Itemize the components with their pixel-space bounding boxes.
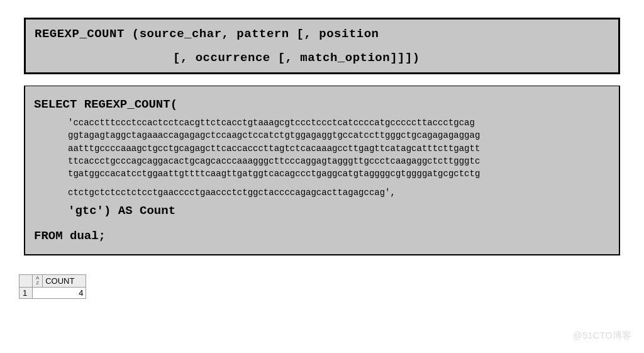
- seq-line-5: tgatggccacatcctggaattgttttcaagttgatggtca…: [68, 169, 480, 179]
- seq-line-3: aatttgccccaaagctgcctgcagagcttcaccaccctta…: [68, 143, 480, 154]
- from-clause: FROM dual;: [34, 229, 610, 243]
- result-header-row: AZ COUNT: [19, 275, 86, 288]
- seq-line-4: ttcaccctgcccagcaggacactgcagcacccaaagggct…: [68, 156, 480, 166]
- count-value-cell: 4: [33, 288, 86, 299]
- pattern-argument: 'gtc') AS Count: [34, 204, 610, 218]
- row-corner-cell: [19, 275, 33, 288]
- syntax-line-1: REGEXP_COUNT (source_char, pattern [, po…: [35, 27, 609, 41]
- select-clause: SELECT REGEXP_COUNT(: [34, 98, 610, 111]
- sql-query-box: SELECT REGEXP_COUNT( 'ccacctttccctccactc…: [24, 86, 620, 255]
- row-number-cell: 1: [19, 288, 33, 299]
- seq-line-6: ctctgctctcctctcctgaacccctgaaccctctggctac…: [34, 188, 610, 198]
- result-grid: AZ COUNT 1 4: [19, 274, 86, 299]
- result-data-row: 1 4: [19, 288, 86, 299]
- sequence-literal: 'ccacctttccctccactcctcacgttctcacctgtaaag…: [34, 116, 610, 180]
- seq-line-1: 'ccacctttccctccactcctcacgttctcacctgtaaag…: [68, 118, 475, 128]
- seq-line-2: ggtagagtaggctagaaaccagagagctccaagctccatc…: [68, 130, 480, 140]
- column-type-icon: AZ: [33, 275, 43, 288]
- column-header-count: COUNT: [43, 275, 86, 288]
- syntax-definition-box: REGEXP_COUNT (source_char, pattern [, po…: [24, 18, 620, 74]
- syntax-line-2: [, occurrence [, match_option]]]): [35, 51, 609, 65]
